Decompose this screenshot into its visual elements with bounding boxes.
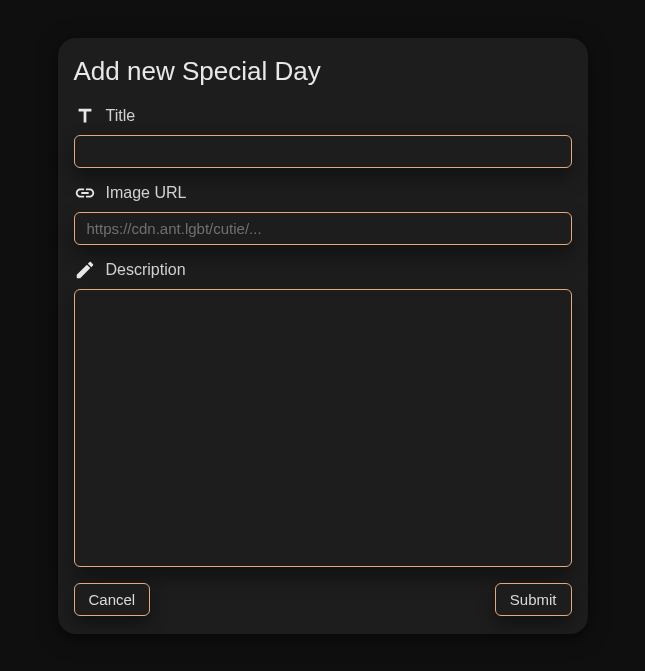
description-textarea[interactable] <box>74 289 572 567</box>
title-label: Title <box>106 107 136 125</box>
modal-title: Add new Special Day <box>74 56 572 87</box>
description-label-row: Description <box>74 259 572 281</box>
image-url-label: Image URL <box>106 184 187 202</box>
image-url-input[interactable] <box>74 212 572 245</box>
description-label: Description <box>106 261 186 279</box>
edit-icon <box>74 259 96 281</box>
title-input[interactable] <box>74 135 572 168</box>
title-icon <box>74 105 96 127</box>
submit-button[interactable]: Submit <box>495 583 572 616</box>
add-special-day-modal: Add new Special Day Title Image URL Desc… <box>58 38 588 634</box>
title-label-row: Title <box>74 105 572 127</box>
image-url-label-row: Image URL <box>74 182 572 204</box>
cancel-button[interactable]: Cancel <box>74 583 151 616</box>
button-row: Cancel Submit <box>74 583 572 616</box>
link-icon <box>74 182 96 204</box>
